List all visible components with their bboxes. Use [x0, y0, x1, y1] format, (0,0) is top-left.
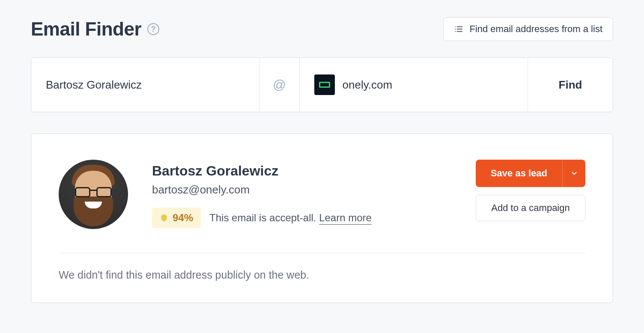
save-lead-split: Save as lead [476, 160, 585, 187]
not-found-text: We didn't find this email address public… [59, 269, 585, 281]
svg-point-5 [455, 31, 456, 32]
bulk-find-button[interactable]: Find email addresses from a list [443, 17, 613, 41]
add-campaign-button[interactable]: Add to a campaign [476, 195, 585, 221]
divider [59, 253, 585, 253]
result-card: Bartosz Goralewicz bartosz@onely.com 94%… [31, 134, 613, 303]
domain-favicon [314, 74, 335, 95]
save-lead-dropdown[interactable] [562, 160, 585, 187]
confidence-badge: 94% [152, 208, 201, 228]
shield-icon [160, 213, 168, 223]
find-button[interactable]: Find [528, 58, 613, 112]
learn-more-link[interactable]: Learn more [319, 212, 372, 225]
title-wrap: Email Finder ? [31, 18, 159, 40]
svg-point-4 [455, 29, 456, 30]
list-icon [454, 24, 463, 34]
confidence-score: 94% [173, 212, 193, 224]
help-icon[interactable]: ? [147, 23, 159, 35]
at-symbol: @ [259, 58, 300, 112]
name-input[interactable] [31, 58, 259, 112]
search-bar: @ Find [31, 57, 613, 112]
domain-input[interactable] [343, 78, 513, 92]
result-name: Bartosz Goralewicz [152, 163, 452, 179]
svg-point-3 [455, 27, 456, 27]
verify-text: This email is accept-all. Learn more [209, 212, 372, 224]
save-lead-button[interactable]: Save as lead [476, 160, 562, 187]
page-title: Email Finder [31, 18, 141, 40]
chevron-down-icon [570, 169, 578, 177]
domain-cell[interactable] [300, 58, 528, 112]
avatar [59, 160, 128, 229]
bulk-find-label: Find email addresses from a list [469, 24, 602, 35]
result-email: bartosz@onely.com [152, 183, 452, 196]
